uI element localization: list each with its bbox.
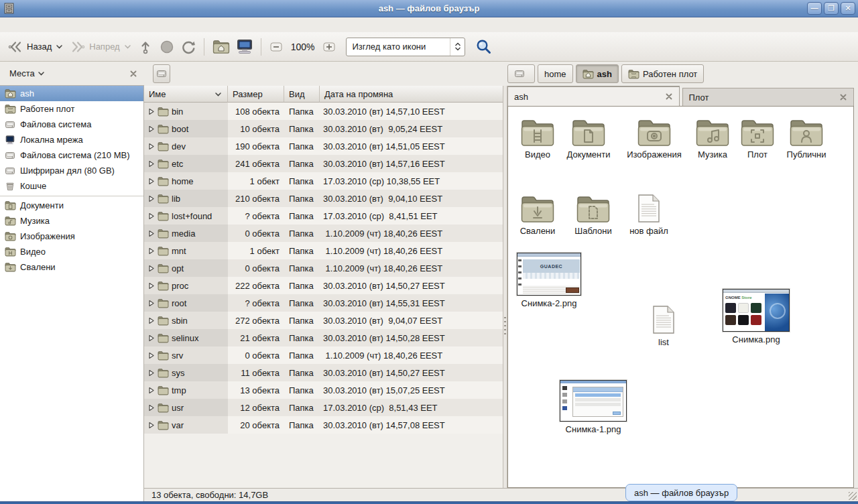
tab-close-icon[interactable] — [839, 93, 847, 101]
expander-icon[interactable] — [148, 212, 155, 220]
tab[interactable]: ash — [507, 86, 680, 106]
expander-icon[interactable] — [148, 178, 155, 185]
menu-item[interactable] — [5, 23, 17, 26]
menu-item[interactable] — [66, 23, 78, 26]
spinner-icon[interactable] — [450, 38, 465, 56]
column-header-type[interactable]: Вид — [284, 86, 320, 103]
expander-icon[interactable] — [148, 230, 155, 237]
table-row[interactable]: srv 0 обекта Папка 1.10.2009 (чт) 18,40,… — [144, 346, 503, 364]
sidebar-item[interactable]: Файлова система — [0, 117, 143, 132]
icon-view-item[interactable]: Свалени — [509, 188, 566, 236]
table-row[interactable]: dev 190 обекта Папка 30.03.2010 (вт) 14,… — [144, 137, 503, 155]
table-row[interactable]: media 0 обекта Папка 1.10.2009 (чт) 18,4… — [144, 225, 503, 242]
back-history-dropdown-icon[interactable] — [56, 44, 63, 50]
titlebar[interactable]: ash — файлов браузър — ❐ ✕ — [0, 0, 858, 17]
sidebar-item[interactable]: Шифриран дял (80 GB) — [0, 163, 143, 178]
expander-icon[interactable] — [148, 300, 155, 307]
icon-view-item[interactable]: Изображения — [626, 112, 682, 160]
icon-view-item[interactable]: Публични — [778, 112, 835, 160]
column-header-size[interactable]: Размер — [228, 86, 284, 103]
reload-button[interactable] — [178, 36, 199, 58]
expander-icon[interactable] — [148, 143, 155, 150]
expander-icon[interactable] — [148, 422, 155, 429]
table-row[interactable]: sys 11 обекта Папка 30.03.2010 (вт) 14,5… — [144, 364, 503, 381]
expander-icon[interactable] — [148, 125, 155, 133]
sidebar-header-label[interactable]: Места — [9, 68, 35, 78]
up-button[interactable] — [135, 36, 156, 58]
menu-item[interactable] — [54, 23, 66, 26]
sidebar-item[interactable]: Свалени — [0, 259, 143, 275]
icon-view-item[interactable]: Снимка-1.png — [558, 380, 628, 434]
breadcrumb-button[interactable]: home — [538, 64, 573, 83]
breadcrumb-button[interactable]: ash — [576, 64, 619, 83]
table-row[interactable]: proc 222 обекта Папка 30.03.2010 (вт) 14… — [144, 277, 503, 294]
view-mode-select[interactable]: Изглед като икони — [346, 38, 465, 56]
table-row[interactable]: sbin 272 обекта Папка 30.03.2010 (вт) 9,… — [144, 312, 503, 329]
icon-view-item[interactable]: list — [635, 300, 692, 347]
expander-icon[interactable] — [148, 352, 155, 359]
menu-item[interactable] — [42, 23, 54, 26]
table-row[interactable]: bin 108 обекта Папка 30.03.2010 (вт) 14,… — [144, 103, 503, 120]
expander-icon[interactable] — [148, 282, 155, 290]
breadcrumb-button[interactable] — [507, 64, 535, 83]
sidebar-item[interactable]: Локална мрежа — [0, 132, 143, 147]
icon-view-item[interactable]: Видео — [509, 112, 566, 160]
table-row[interactable]: tmp 13 обекта Папка 30.03.2010 (вт) 15,0… — [144, 381, 503, 399]
chevron-down-icon[interactable] — [38, 70, 45, 76]
minimize-button[interactable]: — — [807, 2, 822, 15]
table-row[interactable]: lost+found ? обекта Папка 17.03.2010 (ср… — [144, 207, 503, 225]
search-button[interactable] — [473, 36, 495, 58]
expander-icon[interactable] — [148, 265, 155, 272]
sidebar-item[interactable]: Музика — [0, 213, 143, 229]
sidebar-item[interactable]: Работен плот — [0, 101, 143, 117]
sidebar-item[interactable]: ash — [0, 86, 143, 101]
icon-view-item[interactable]: GNOME Store Снимка.png — [721, 289, 791, 344]
table-row[interactable]: opt 0 обекта Папка 1.10.2009 (чт) 18,40,… — [144, 259, 503, 277]
icon-view-item[interactable]: Документи — [560, 112, 617, 160]
icon-view-item[interactable]: нов файл — [621, 188, 677, 236]
home-button[interactable] — [209, 36, 233, 58]
zoom-in-button[interactable] — [319, 36, 339, 58]
table-row[interactable]: var 20 обекта Папка 30.03.2010 (вт) 14,5… — [144, 416, 503, 434]
tab[interactable]: Плот — [682, 88, 855, 106]
menu-item[interactable] — [29, 23, 42, 26]
table-row[interactable]: mnt 1 обект Папка 1.10.2009 (чт) 18,40,2… — [144, 242, 503, 259]
column-header-modified[interactable]: Дата на промяна — [320, 86, 503, 103]
table-row[interactable]: usr 12 обекта Папка 17.03.2010 (ср) 8,51… — [144, 399, 503, 416]
icon-view-item[interactable]: Плот — [729, 112, 786, 160]
column-header-name[interactable]: Име — [144, 86, 228, 103]
sidebar-close-icon[interactable] — [129, 70, 137, 78]
expander-icon[interactable] — [148, 160, 155, 168]
tab-close-icon[interactable] — [665, 92, 673, 101]
splitter-grip[interactable] — [504, 317, 506, 334]
table-row[interactable]: boot 10 обекта Папка 30.03.2010 (вт) 9,0… — [144, 120, 503, 137]
maximize-button[interactable]: ❐ — [824, 2, 839, 15]
zoom-out-button[interactable] — [266, 36, 286, 58]
menu-item[interactable] — [17, 23, 29, 26]
expander-icon[interactable] — [148, 195, 155, 202]
expander-icon[interactable] — [148, 387, 155, 394]
table-row[interactable]: selinux 21 обекта Папка 30.03.2010 (вт) … — [144, 329, 503, 346]
table-row[interactable]: home 1 обект Папка 17.03.2010 (ср) 10,38… — [144, 172, 503, 190]
root-filesystem-button[interactable] — [153, 64, 170, 83]
resize-grip[interactable] — [849, 492, 857, 500]
expander-icon[interactable] — [148, 334, 155, 342]
close-button[interactable]: ✕ — [841, 2, 855, 15]
icon-view[interactable]: Видео Документи Изображения Музика Плот … — [507, 106, 854, 488]
back-button[interactable]: Назад — [4, 36, 66, 58]
expander-icon[interactable] — [148, 317, 155, 324]
table-row[interactable]: root ? обекта Папка 30.03.2010 (вт) 14,5… — [144, 294, 503, 312]
expander-icon[interactable] — [148, 108, 155, 115]
sidebar-item[interactable]: Видео — [0, 244, 143, 259]
breadcrumb-button[interactable]: Работен плот — [621, 64, 704, 83]
expander-icon[interactable] — [148, 404, 155, 412]
table-row[interactable]: lib 210 обекта Папка 30.03.2010 (вт) 9,0… — [144, 190, 503, 207]
sidebar-item[interactable]: Файлова система (210 MB) — [0, 147, 143, 163]
table-row[interactable]: etc 241 обекта Папка 30.03.2010 (вт) 14,… — [144, 155, 503, 172]
sidebar-item[interactable]: Изображения — [0, 229, 143, 244]
expander-icon[interactable] — [148, 247, 155, 255]
sidebar-item[interactable]: Документи — [0, 196, 143, 213]
expander-icon[interactable] — [148, 369, 155, 377]
pane-splitter[interactable] — [503, 86, 507, 488]
icon-view-item[interactable]: GUADEC Снимка-2.png — [515, 253, 583, 308]
